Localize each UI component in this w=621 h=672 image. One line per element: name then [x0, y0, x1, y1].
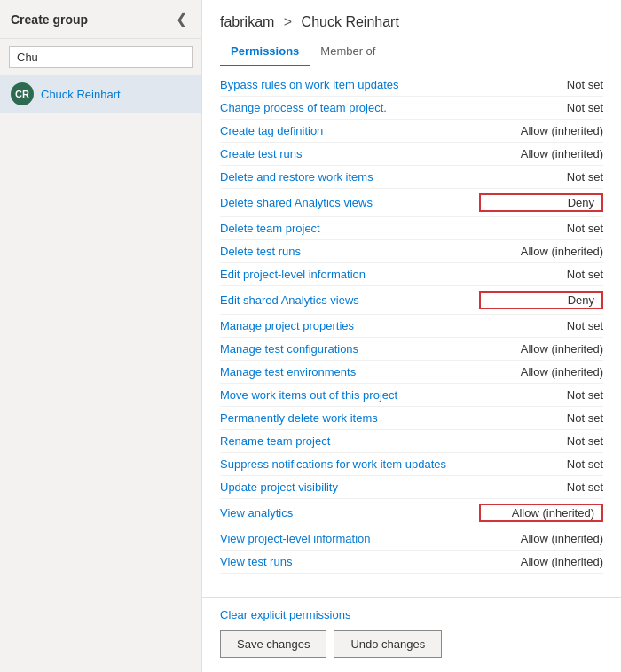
table-row: Edit shared Analytics viewsDeny	[220, 286, 603, 315]
breadcrumb-separator: >	[284, 14, 292, 29]
permission-value[interactable]: Allow (inherited)	[479, 532, 603, 545]
table-row: Change process of team project.Not set	[220, 97, 603, 120]
permission-name[interactable]: Move work items out of this project	[220, 388, 479, 402]
permission-name[interactable]: Delete shared Analytics views	[220, 196, 479, 209]
table-row: Update project visibilityNot set	[220, 476, 603, 499]
user-list-item[interactable]: CR Chuck Reinhart	[0, 75, 201, 113]
permission-name[interactable]: Manage test configurations	[220, 342, 479, 356]
user-name: Chuck Reinhart	[41, 88, 121, 101]
save-button[interactable]: Save changes	[220, 630, 326, 658]
footer: Clear explicit permissions Save changes …	[202, 597, 621, 672]
table-row: View project-level informationAllow (inh…	[220, 527, 603, 551]
permission-name[interactable]: View test runs	[220, 555, 479, 568]
permission-name[interactable]: View project-level information	[220, 532, 479, 545]
permission-value[interactable]: Not set	[479, 222, 603, 235]
table-row: Delete shared Analytics viewsDeny	[220, 189, 603, 217]
permission-value[interactable]: Allow (inherited)	[479, 342, 603, 356]
tab-permissions[interactable]: Permissions	[220, 37, 310, 66]
permission-value[interactable]: Not set	[479, 411, 603, 425]
permission-name[interactable]: Suppress notifications for work item upd…	[220, 457, 479, 471]
table-row: Rename team projectNot set	[220, 430, 603, 453]
permission-value[interactable]: Allow (inherited)	[479, 504, 603, 522]
table-row: Manage test configurationsAllow (inherit…	[220, 338, 603, 361]
collapse-button[interactable]: ❮	[172, 9, 191, 29]
table-row: Create test runsAllow (inherited)	[220, 143, 603, 166]
permission-value[interactable]: Not set	[479, 78, 603, 91]
permission-value[interactable]: Allow (inherited)	[479, 245, 603, 258]
table-row: Manage test environmentsAllow (inherited…	[220, 361, 603, 384]
permission-value[interactable]: Not set	[479, 388, 603, 402]
table-row: Delete and restore work itemsNot set	[220, 166, 603, 189]
permission-value[interactable]: Allow (inherited)	[479, 147, 603, 160]
permission-name[interactable]: Change process of team project.	[220, 101, 479, 114]
sidebar-header: Create group ❮	[0, 0, 201, 39]
permission-value[interactable]: Not set	[479, 481, 603, 494]
permission-name[interactable]: Bypass rules on work item updates	[220, 78, 479, 91]
permission-value[interactable]: Not set	[479, 170, 603, 184]
table-row: View test runsAllow (inherited)	[220, 551, 603, 574]
permission-value[interactable]: Not set	[479, 101, 603, 114]
table-row: Permanently delete work itemsNot set	[220, 407, 603, 430]
sidebar: Create group ❮ CR Chuck Reinhart	[0, 0, 202, 672]
permission-value[interactable]: Allow (inherited)	[479, 124, 603, 137]
permissions-area: Bypass rules on work item updatesNot set…	[202, 66, 621, 597]
permission-value[interactable]: Not set	[479, 319, 603, 332]
sidebar-title: Create group	[11, 12, 172, 27]
permission-name[interactable]: Permanently delete work items	[220, 411, 479, 425]
avatar: CR	[11, 82, 34, 105]
table-row: Suppress notifications for work item upd…	[220, 453, 603, 476]
table-row: Bypass rules on work item updatesNot set	[220, 74, 603, 97]
permission-name[interactable]: Manage project properties	[220, 319, 479, 332]
permission-name[interactable]: Delete test runs	[220, 245, 479, 258]
permission-name[interactable]: Edit shared Analytics views	[220, 293, 479, 307]
clear-explicit-permissions-link[interactable]: Clear explicit permissions	[220, 608, 603, 621]
breadcrumb-org: fabrikam	[220, 14, 274, 29]
permission-name[interactable]: Delete team project	[220, 222, 479, 235]
table-row: Manage project propertiesNot set	[220, 315, 603, 338]
permission-value[interactable]: Not set	[479, 457, 603, 471]
tabs-bar: Permissions Member of	[202, 37, 621, 66]
undo-button[interactable]: Undo changes	[334, 630, 442, 658]
permission-value[interactable]: Allow (inherited)	[479, 365, 603, 379]
permission-name[interactable]: Delete and restore work items	[220, 170, 479, 184]
permission-value[interactable]: Deny	[479, 193, 603, 212]
main-content: fabrikam > Chuck Reinhart Permissions Me…	[202, 0, 621, 672]
permission-name[interactable]: View analytics	[220, 506, 479, 520]
permission-name[interactable]: Rename team project	[220, 434, 479, 448]
table-row: View analyticsAllow (inherited)	[220, 499, 603, 527]
tab-member-of[interactable]: Member of	[310, 37, 386, 66]
permission-value[interactable]: Allow (inherited)	[479, 555, 603, 568]
avatar-initials: CR	[15, 89, 29, 99]
table-row: Delete test runsAllow (inherited)	[220, 240, 603, 263]
table-row: Edit project-level informationNot set	[220, 263, 603, 286]
footer-buttons: Save changes Undo changes	[220, 630, 603, 658]
permission-name[interactable]: Update project visibility	[220, 481, 479, 494]
table-row: Create tag definitionAllow (inherited)	[220, 120, 603, 143]
collapse-icon: ❮	[176, 12, 187, 27]
permission-name[interactable]: Manage test environments	[220, 365, 479, 379]
permission-value[interactable]: Deny	[479, 291, 603, 309]
search-input[interactable]	[9, 46, 193, 68]
permission-value[interactable]: Not set	[479, 434, 603, 448]
table-row: Move work items out of this projectNot s…	[220, 384, 603, 407]
permission-name[interactable]: Create test runs	[220, 147, 479, 160]
permission-name[interactable]: Edit project-level information	[220, 268, 479, 281]
table-row: Delete team projectNot set	[220, 217, 603, 240]
breadcrumb-user: Chuck Reinhart	[302, 14, 399, 29]
breadcrumb: fabrikam > Chuck Reinhart	[202, 0, 621, 37]
permission-value[interactable]: Not set	[479, 268, 603, 281]
permission-name[interactable]: Create tag definition	[220, 124, 479, 137]
